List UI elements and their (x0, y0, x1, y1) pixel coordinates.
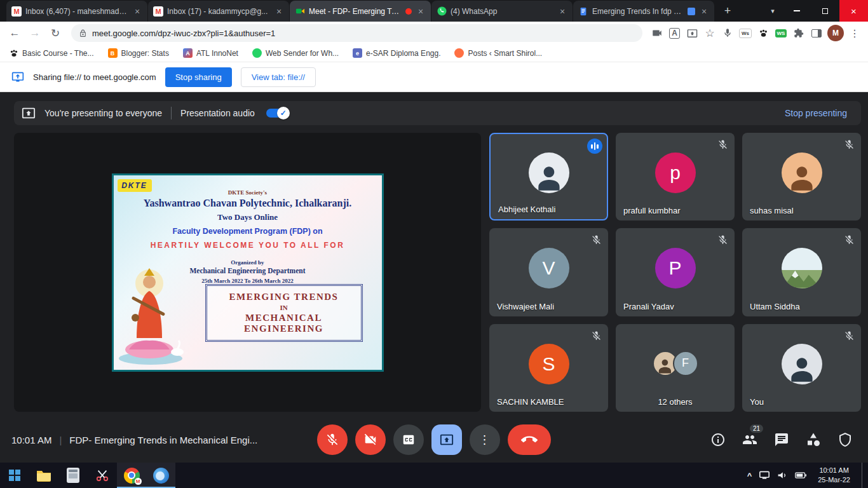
window-close-button[interactable]: × (839, 0, 868, 22)
participant-tile-others[interactable]: F 12 others (616, 324, 735, 412)
participant-tile-suhas[interactable]: suhas misal (742, 133, 861, 220)
paw-extension-icon[interactable] (755, 25, 771, 41)
volume-tray-icon[interactable] (777, 471, 787, 480)
gmail-favicon: M (153, 6, 163, 17)
new-tab-button[interactable]: + (719, 2, 736, 20)
person-icon (786, 161, 818, 193)
folder-icon (36, 469, 51, 482)
stop-presenting-link[interactable]: Stop presenting (785, 108, 853, 118)
presentation-tile[interactable]: DKTE DKTE Society's Yashwantrao Chavan P… (14, 133, 481, 412)
ws-green-extension-icon[interactable]: WS (773, 25, 789, 41)
browser-tab-doc[interactable]: Emerging Trends In fdp sta... × (573, 1, 714, 22)
host-controls-button[interactable] (837, 432, 853, 447)
people-panel-button[interactable]: 21 (742, 432, 757, 447)
start-button[interactable] (0, 463, 29, 488)
divider: | (59, 435, 62, 445)
recording-indicator-icon (405, 8, 412, 15)
participant-tile-you[interactable]: You (742, 324, 861, 412)
browser-menu-kebab-icon[interactable]: ⋮ (846, 25, 863, 41)
browser-tab-meet-active[interactable]: Meet - FDP- Emerging Tre... × (290, 1, 431, 22)
presentation-audio-toggle[interactable]: ✓ (266, 109, 288, 118)
mic-extension-icon[interactable] (719, 25, 736, 41)
people-icon (742, 432, 757, 447)
participant-name: You (750, 397, 764, 407)
more-options-button[interactable]: ⋮ (470, 424, 500, 455)
bookmark-atl-innonet[interactable]: A ATL InnoNet (183, 48, 238, 58)
stop-sharing-button[interactable]: Stop sharing (165, 67, 232, 87)
mic-off-icon (717, 234, 728, 245)
translate-icon[interactable]: A (669, 28, 680, 39)
divider (171, 107, 172, 119)
participant-tile-sachin[interactable]: S SACHIN KAMBLE (489, 324, 608, 412)
green-circle-icon (252, 48, 262, 58)
tab-search-button[interactable]: ▾ (763, 1, 782, 20)
reload-button[interactable]: ↻ (46, 24, 65, 43)
bookmark-blogger[interactable]: B Blogger: Stats (108, 48, 169, 58)
blue-app-taskbar-button[interactable] (146, 463, 175, 488)
landscape-photo (782, 264, 822, 288)
mic-off-icon (591, 234, 602, 245)
address-bar[interactable]: meet.google.com/dpz-iwuc-zbx?pli=1&authu… (71, 24, 642, 42)
display-tray-icon[interactable] (759, 471, 770, 480)
file-explorer-button[interactable] (29, 463, 58, 488)
present-button[interactable] (431, 424, 462, 455)
forward-button[interactable]: → (25, 24, 44, 43)
calculator-button[interactable] (58, 463, 88, 488)
leave-call-button[interactable] (508, 424, 551, 455)
whatsapp-favicon (437, 6, 447, 17)
participant-name: Pranali Yadav (623, 302, 674, 311)
meet-control-bar: 10:01 AM | FDP- Emerging Trends in Mecha… (0, 417, 868, 463)
activities-button[interactable] (806, 432, 821, 447)
bookmark-basic-course[interactable]: Basic Course - The... (9, 48, 94, 58)
battery-tray-icon[interactable] (795, 471, 806, 479)
slide-society: DKTE Society's (114, 189, 382, 196)
snipping-tool-button[interactable] (88, 463, 117, 488)
chat-panel-button[interactable] (774, 432, 789, 447)
extensions-puzzle-icon[interactable] (790, 25, 807, 41)
mic-off-icon (717, 139, 728, 150)
blogger-icon: B (108, 48, 118, 58)
bookmark-star-icon[interactable]: ☆ (702, 25, 718, 41)
participant-tile-pranali[interactable]: P Pranali Yadav (616, 228, 735, 316)
captions-button[interactable] (393, 424, 424, 455)
participant-tile-abhijeet[interactable]: Abhijeet Kothali (489, 133, 608, 220)
tab-close-icon[interactable]: × (699, 6, 709, 17)
ws-extension-icon[interactable]: Ws (737, 25, 754, 41)
bookmark-esar[interactable]: e e-SAR Diploma Engg. (353, 48, 440, 58)
participant-name: prafull kumbhar (623, 206, 681, 215)
browser-tab-gmail-1[interactable]: M Inbox (6,407) - maheshmadanl × (6, 1, 147, 22)
bookmark-posts-smart-shirol[interactable]: Posts ‹ Smart Shirol... (454, 48, 542, 58)
tab-close-icon[interactable]: × (274, 6, 284, 17)
browser-tab-whatsapp[interactable]: (4) WhatsApp × (431, 1, 573, 22)
chrome-icon: M (124, 468, 140, 484)
slide-welcome: HEARTILY WELCOME YOU TO ALL FOR (114, 241, 382, 250)
taskbar-clock[interactable]: 10:01 AM 25-Mar-22 (814, 466, 854, 485)
view-tab-button[interactable]: View tab: file:// (241, 67, 316, 87)
browser-tab-gmail-2[interactable]: M Inbox (17) - kadammycp@g... × (148, 1, 289, 22)
meeting-details-button[interactable] (710, 432, 726, 447)
back-button[interactable]: ← (5, 24, 24, 43)
participant-tile-uttam[interactable]: Uttam Siddha (742, 228, 861, 316)
window-minimize-button[interactable] (782, 0, 811, 22)
tab-close-icon[interactable]: × (132, 6, 142, 17)
participant-tile-prafull[interactable]: p prafull kumbhar (616, 133, 735, 220)
bookmark-web-sender[interactable]: Web Sender for Wh... (252, 48, 339, 58)
camera-in-use-icon[interactable] (649, 25, 665, 41)
profile-avatar[interactable]: M (827, 25, 844, 41)
system-tray: ^ 10:01 AM 25-Mar-22 (747, 463, 868, 488)
camera-toggle-button[interactable] (355, 424, 386, 455)
share-icon[interactable] (684, 25, 700, 41)
tray-chevron-icon[interactable]: ^ (747, 471, 752, 480)
mic-off-icon (591, 330, 602, 341)
side-panel-icon[interactable] (808, 25, 825, 41)
window-maximize-button[interactable] (811, 0, 839, 22)
mic-toggle-button[interactable] (317, 424, 348, 455)
chrome-taskbar-button[interactable]: M (117, 463, 146, 488)
tab-title: Meet - FDP- Emerging Tre... (309, 7, 402, 16)
tab-close-icon[interactable]: × (557, 6, 567, 17)
show-desktop-button[interactable] (862, 463, 865, 488)
taskbar-date: 25-Mar-22 (818, 475, 850, 485)
tab-close-icon[interactable]: × (416, 6, 426, 17)
participant-tile-vishwajeet[interactable]: V Vishwajeet Mali (489, 228, 608, 316)
participant-count-badge: 21 (750, 424, 763, 433)
